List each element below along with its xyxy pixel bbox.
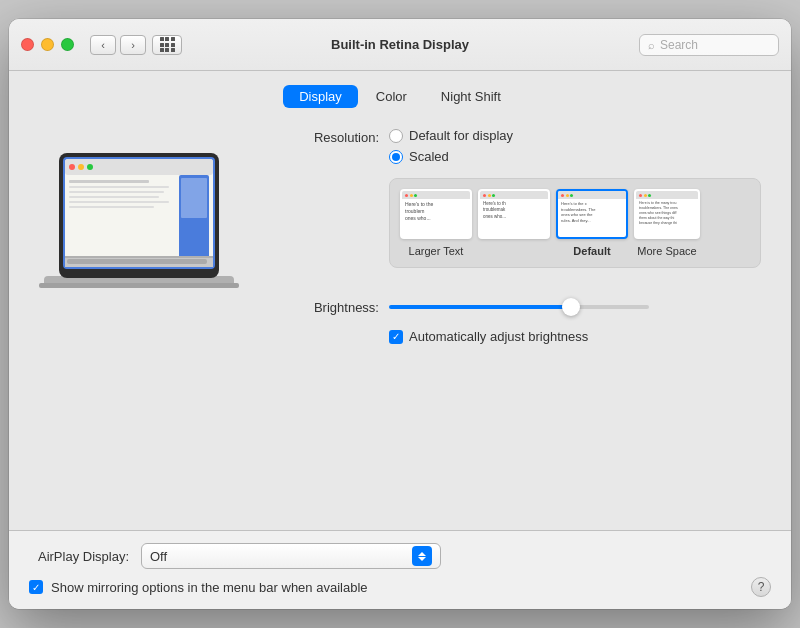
svg-rect-20: [65, 256, 213, 258]
svg-rect-14: [69, 201, 169, 203]
tab-color[interactable]: Color: [360, 85, 423, 108]
back-icon: ‹: [101, 39, 105, 51]
auto-brightness-row: ✓ Automatically adjust brightness: [389, 329, 761, 344]
nav-buttons: ‹ ›: [90, 35, 146, 55]
scale-default[interactable]: Here's to the ctroublemakers. Theones wh…: [556, 189, 628, 257]
radio-scaled-circle: [389, 150, 403, 164]
scale-larger-text[interactable]: Here's to thetroublemones who... Larger …: [400, 189, 472, 257]
back-button[interactable]: ‹: [90, 35, 116, 55]
brightness-slider-track[interactable]: [389, 305, 649, 309]
scale-options: Here's to thetroublemones who... Larger …: [389, 178, 761, 268]
svg-rect-12: [69, 191, 164, 193]
search-icon: ⌕: [648, 39, 655, 51]
grid-icon: [160, 37, 175, 52]
content-area: Display Color Night Shift: [9, 71, 791, 530]
search-placeholder: Search: [660, 38, 698, 52]
forward-button[interactable]: ›: [120, 35, 146, 55]
scale-thumb-default: Here's to the ctroublemakers. Theones wh…: [556, 189, 628, 239]
scale-more-space-label: More Space: [637, 245, 696, 257]
airplay-label: AirPlay Display:: [29, 549, 129, 564]
tab-night-shift[interactable]: Night Shift: [425, 85, 517, 108]
bottom-bar: AirPlay Display: Off ✓ Show mirroring op…: [9, 530, 791, 609]
settings-section: Resolution: Default for display Scaled: [289, 128, 761, 510]
brightness-label: Brightness:: [289, 298, 379, 315]
forward-icon: ›: [131, 39, 135, 51]
window-title: Built-in Retina Display: [331, 37, 469, 52]
svg-rect-15: [69, 206, 154, 208]
svg-rect-1: [39, 283, 239, 288]
radio-default-circle: [389, 129, 403, 143]
brightness-slider-thumb[interactable]: [562, 298, 580, 316]
brightness-row: Brightness:: [289, 298, 761, 315]
arrow-up-icon: [418, 552, 426, 556]
radio-default[interactable]: Default for display: [389, 128, 513, 143]
help-button[interactable]: ?: [751, 577, 771, 597]
search-box[interactable]: ⌕ Search: [639, 34, 779, 56]
main-area: Resolution: Default for display Scaled: [9, 118, 791, 530]
radio-scaled-label: Scaled: [409, 149, 449, 164]
auto-brightness-label: Automatically adjust brightness: [409, 329, 588, 344]
tab-bar: Display Color Night Shift: [9, 71, 791, 118]
minimize-button[interactable]: [41, 38, 54, 51]
resolution-options: Default for display Scaled: [389, 128, 513, 164]
question-mark-icon: ?: [758, 580, 765, 594]
svg-rect-19: [67, 259, 207, 264]
laptop-section: [39, 128, 259, 510]
traffic-lights: [21, 38, 74, 51]
select-arrows-icon: [412, 546, 432, 566]
radio-scaled[interactable]: Scaled: [389, 149, 513, 164]
svg-rect-17: [181, 178, 207, 218]
scale-larger-text-label: Larger Text: [409, 245, 464, 257]
laptop-illustration: [39, 148, 239, 293]
tab-display[interactable]: Display: [283, 85, 358, 108]
scale-thumb-2: Here's to thtroublemakones who...: [478, 189, 550, 239]
scale-default-label: Default: [573, 245, 610, 257]
mirroring-label: Show mirroring options in the menu bar w…: [51, 580, 743, 595]
close-button[interactable]: [21, 38, 34, 51]
svg-point-9: [87, 164, 93, 170]
svg-rect-13: [69, 196, 159, 198]
mirroring-checkbox[interactable]: ✓: [29, 580, 43, 594]
brightness-slider-wrap: [389, 305, 649, 309]
scale-option-2[interactable]: Here's to thtroublemakones who...: [478, 189, 550, 257]
scale-more-space[interactable]: Here is to the many troutroublemakers. T…: [634, 189, 700, 257]
mirroring-checkmark-icon: ✓: [32, 582, 40, 593]
maximize-button[interactable]: [61, 38, 74, 51]
airplay-row: AirPlay Display: Off: [29, 543, 771, 569]
scale-thumb-larger: Here's to thetroublemones who...: [400, 189, 472, 239]
resolution-row: Resolution: Default for display Scaled: [289, 128, 761, 164]
arrow-down-icon: [418, 557, 426, 561]
airplay-select[interactable]: Off: [141, 543, 441, 569]
airplay-value: Off: [150, 549, 412, 564]
scale-thumb-more: Here is to the many troutroublemakers. T…: [634, 189, 700, 239]
resolution-label: Resolution:: [289, 128, 379, 145]
radio-default-label: Default for display: [409, 128, 513, 143]
auto-brightness-checkbox[interactable]: ✓: [389, 330, 403, 344]
mirroring-row: ✓ Show mirroring options in the menu bar…: [29, 577, 771, 597]
grid-button[interactable]: [152, 35, 182, 55]
titlebar: ‹ › Built-in Retina Display ⌕ Search: [9, 19, 791, 71]
svg-point-7: [69, 164, 75, 170]
main-window: ‹ › Built-in Retina Display ⌕ Search Dis…: [9, 19, 791, 609]
svg-rect-10: [69, 180, 149, 183]
checkmark-icon: ✓: [392, 332, 400, 342]
svg-rect-11: [69, 186, 169, 188]
svg-point-8: [78, 164, 84, 170]
